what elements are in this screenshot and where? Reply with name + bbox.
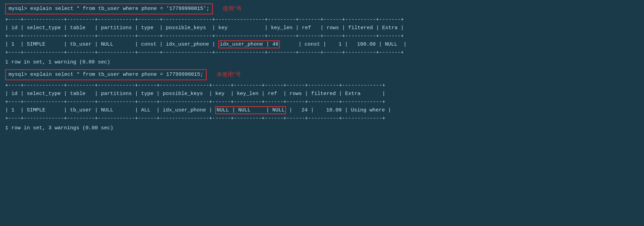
section2-footer: 1 row in set, 3 warnings (0.00 sec): [5, 124, 639, 132]
section1-row-prefix: | 1 | SIMPLE | tb_user | NULL | const | …: [5, 41, 218, 47]
section1-data-row: | 1 | SIMPLE | tb_user | NULL | const | …: [5, 40, 639, 49]
section1-sep3: +----+-------------+---------+----------…: [5, 49, 639, 57]
section2-row-prefix: | 1 | SIMPLE | tb_user | NULL | ALL | id…: [5, 107, 215, 113]
section2-annotation: 未使用"号: [217, 71, 241, 77]
section1-row-highlight: idx_user_phone | 46: [218, 40, 280, 48]
section1-footer: 1 row in set, 1 warning (0.00 sec): [5, 58, 639, 67]
section1-annotation: 使用"号: [223, 5, 242, 11]
section2-sep1: +----+-------------+---------+----------…: [5, 82, 639, 90]
section2-header: | id | select_type | table | partitions …: [5, 90, 639, 98]
section2-row-highlight: NULL | NULL | NULL: [215, 106, 286, 114]
section1: mysql> explain select * from tb_user whe…: [5, 3, 639, 67]
section2-command-line: mysql> explain select * from tb_user whe…: [5, 69, 639, 82]
section2-row-suffix: | 24 | 10.00 | Using where |: [286, 107, 391, 113]
section1-header: | id | select_type | table | partitions …: [5, 24, 639, 32]
section1-sep1: +----+-------------+---------+----------…: [5, 16, 639, 24]
section2-sep3: +----+-------------+---------+----------…: [5, 115, 639, 123]
section2: mysql> explain select * from tb_user whe…: [5, 69, 639, 132]
section2-data-row: | 1 | SIMPLE | tb_user | NULL | ALL | id…: [5, 106, 639, 115]
terminal-container: mysql> explain select * from tb_user whe…: [5, 3, 639, 132]
section1-sep2: +----+-------------+---------+----------…: [5, 32, 639, 40]
section2-command: mysql> explain select * from tb_user whe…: [5, 69, 207, 80]
section1-row-suffix: | const | 1 | 100.00 | NULL |: [280, 41, 406, 47]
section1-command: mysql> explain select * from tb_user whe…: [5, 3, 213, 14]
section2-sep2: +----+-------------+---------+----------…: [5, 98, 639, 106]
section1-command-line: mysql> explain select * from tb_user whe…: [5, 3, 639, 16]
